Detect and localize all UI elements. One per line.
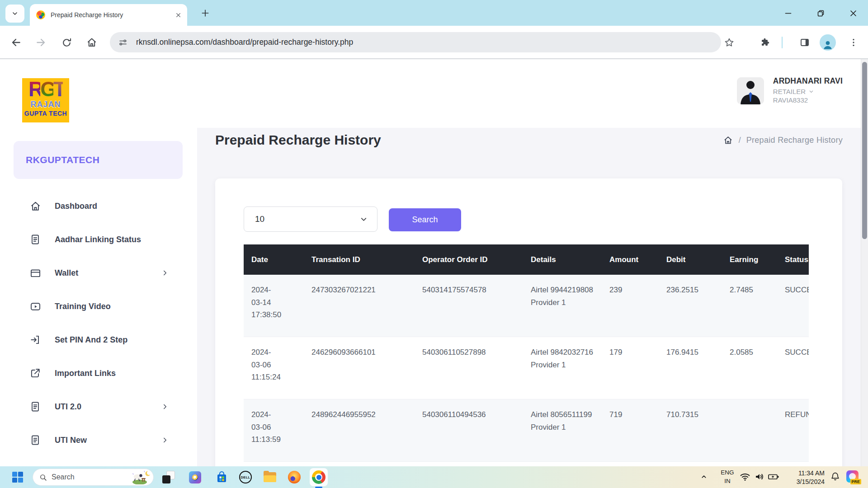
wallet-card-icon: [29, 267, 42, 279]
breadcrumb-current: Prepaid Recharge History: [746, 136, 843, 145]
chevron-up-icon: [700, 473, 708, 481]
wifi-status[interactable]: [740, 471, 750, 482]
cell-status: SUCCESS: [777, 284, 809, 331]
cell-transation-id: 247303267021221: [304, 284, 415, 331]
user-profile-menu[interactable]: ARDHANARI RAVI RETAILER RAVIA8332: [737, 76, 843, 104]
sidebar-item-uti-2-0[interactable]: UTI 2.0: [0, 390, 197, 423]
cell-date: 2024-03-06 11:15:24: [244, 346, 304, 394]
window-restore-button[interactable]: [815, 7, 826, 19]
recharge-history-table: Date Transation ID Operator Order ID Det…: [244, 244, 809, 462]
forward-button[interactable]: [34, 36, 48, 49]
cell-earning: 2.7485: [722, 284, 777, 331]
url-text: rknsdl.onlinepsa.com/dashboard/prepaid-r…: [136, 38, 353, 47]
forward-icon: [35, 37, 47, 48]
page-scrollbar[interactable]: [861, 59, 868, 466]
dell-app-icon[interactable]: DELL: [239, 470, 252, 484]
chevron-down-icon: [359, 215, 368, 224]
sidebar-item-label: UTI 2.0: [55, 402, 81, 412]
search-button[interactable]: Search: [389, 208, 461, 231]
copilot-icon: PRE: [846, 470, 859, 483]
page-size-select[interactable]: 10: [244, 206, 377, 232]
cell-amount: 179: [602, 346, 659, 394]
breadcrumb: / Prepaid Recharge History: [723, 135, 843, 145]
tray-expand-button[interactable]: [700, 473, 708, 481]
microsoft-store-icon[interactable]: [215, 470, 228, 484]
user-name: ARDHANARI RAVI: [773, 76, 843, 86]
photos-app-icon[interactable]: [188, 470, 202, 484]
column-header-transation-id: Transation ID: [304, 255, 415, 264]
close-icon: [850, 10, 857, 17]
site-favicon: [36, 10, 45, 19]
extensions-button[interactable]: [758, 35, 772, 50]
url-bar[interactable]: rknsdl.onlinepsa.com/dashboard/prepaid-r…: [110, 32, 721, 52]
profile-avatar-icon: [822, 39, 834, 51]
back-button[interactable]: [9, 36, 23, 49]
cell-debit: 710.7315: [659, 408, 722, 456]
logo-letters: RGT: [22, 78, 69, 101]
new-tab-button[interactable]: [199, 7, 212, 19]
cell-status: SUCCESS: [777, 346, 809, 394]
home-button[interactable]: [85, 36, 99, 49]
sidebar-item-important-links[interactable]: Important Links: [0, 357, 197, 390]
main-content: ARDHANARI RAVI RETAILER RAVIA8332 Prepai…: [197, 59, 868, 466]
sidebar-item-wallet[interactable]: Wallet: [0, 256, 197, 290]
bookmark-star-button[interactable]: [722, 35, 736, 50]
cell-details: Airtel 9842032716 Provider 1: [523, 346, 602, 394]
table-row: 2024-03-14 17:38:50 247303267021221 5403…: [244, 275, 809, 337]
windows-taskbar: Search DELL: [0, 466, 868, 488]
window-minimize-button[interactable]: [782, 7, 794, 19]
volume-status[interactable]: [754, 471, 765, 482]
firefox-icon[interactable]: [288, 470, 301, 484]
browser-menu-button[interactable]: [846, 35, 861, 50]
tab-close-icon[interactable]: [174, 10, 183, 19]
copilot-button[interactable]: PRE: [846, 470, 859, 483]
battery-charging-icon: [768, 471, 779, 482]
task-view-app-icon[interactable]: [162, 470, 175, 484]
scrollbar-thumb[interactable]: [862, 62, 867, 239]
restore-icon: [817, 10, 824, 17]
page-content: RGT RAJAN GUPTA TECH RKGUPTATECH Dashboa…: [0, 59, 868, 466]
chrome-active-app[interactable]: [310, 468, 328, 486]
home-icon: [29, 200, 42, 212]
notifications-button[interactable]: [830, 471, 840, 482]
document-icon: [29, 400, 42, 413]
brand-badge[interactable]: RKGUPTATECH: [14, 141, 183, 179]
sidebar-item-aadhar-linking-status[interactable]: Aadhar Linking Status: [0, 223, 197, 256]
sidebar-item-training-video[interactable]: Training Video: [0, 290, 197, 323]
taskbar-search-box[interactable]: Search: [33, 469, 154, 486]
logo-line1: RAJAN: [22, 100, 69, 109]
cell-debit: 236.2515: [659, 284, 722, 331]
breadcrumb-home-icon[interactable]: [723, 135, 733, 145]
start-button[interactable]: [12, 471, 24, 485]
clock-date: 3/15/2024: [779, 478, 825, 486]
sidebar-item-label: Set PIN And 2 Step: [55, 335, 127, 345]
column-header-details: Details: [523, 255, 602, 264]
sidebar-item-set-pin-and-2-step[interactable]: Set PIN And 2 Step: [0, 323, 197, 357]
browser-tab[interactable]: Prepaid Recharge History: [30, 4, 187, 26]
site-settings-icon[interactable]: [118, 38, 128, 47]
browser-titlebar: Prepaid Recharge History: [0, 0, 868, 26]
reload-button[interactable]: [60, 36, 73, 49]
user-info: ARDHANARI RAVI RETAILER RAVIA8332: [773, 76, 843, 104]
copilot-preview-badge: PRE: [850, 479, 861, 484]
sidebar-item-label: UTI New: [55, 436, 87, 445]
history-card: 10 Search Date Transation ID Operator Or…: [215, 178, 842, 466]
taskbar-clock[interactable]: 11:34 AM 3/15/2024: [779, 469, 825, 486]
battery-status[interactable]: [768, 471, 779, 482]
sidebar: RGT RAJAN GUPTA TECH RKGUPTATECH Dashboa…: [0, 59, 197, 466]
cell-details: Airtel 9944219808 Provider 1: [523, 284, 602, 331]
minimize-icon: [785, 10, 792, 17]
sidebar-item-label: Wallet: [55, 268, 78, 278]
file-explorer-icon[interactable]: [263, 470, 277, 484]
tab-search-button[interactable]: [5, 5, 24, 23]
user-role: RETAILER: [773, 88, 843, 95]
sidebar-item-uti-new[interactable]: UTI New: [0, 423, 197, 457]
sidebar-item-dashboard[interactable]: Dashboard: [0, 189, 197, 223]
browser-profile-button[interactable]: [820, 34, 836, 51]
side-panel-button[interactable]: [797, 35, 812, 50]
table-clip: Date Transation ID Operator Order ID Det…: [244, 244, 809, 462]
screen: Prepaid Recharge History: [0, 0, 868, 488]
cell-earning: 2.0585: [722, 346, 777, 394]
window-close-button[interactable]: [847, 7, 859, 19]
language-indicator[interactable]: ENG IN: [718, 469, 737, 486]
